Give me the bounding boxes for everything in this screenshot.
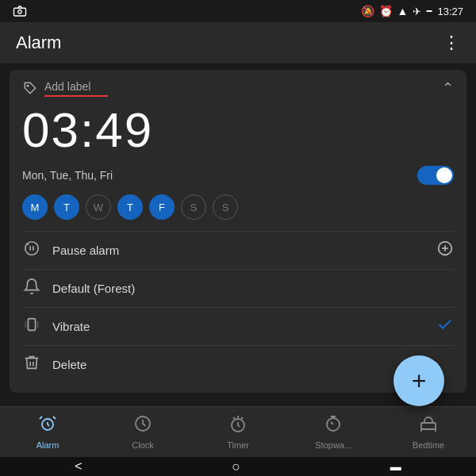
day-circles: M T W T F S S <box>22 194 454 220</box>
recent-button[interactable]: ▬ <box>390 460 401 473</box>
label-row: Add label ⌃ <box>22 79 454 97</box>
toggle-knob <box>436 167 452 183</box>
vibrate-icon <box>22 316 41 337</box>
day-circle-s2[interactable]: S <box>213 194 238 220</box>
alarm-time[interactable]: 03:49 <box>22 102 454 158</box>
nav-timer-label: Timer <box>227 440 249 450</box>
mute-icon: 🔕 <box>361 5 374 17</box>
day-circle-m[interactable]: M <box>22 194 48 220</box>
system-nav: < ○ ▬ <box>0 457 476 476</box>
bottom-nav: Alarm Clock Timer Stopw <box>0 406 476 457</box>
svg-point-1 <box>18 10 22 14</box>
pause-alarm-label: Pause alarm <box>52 244 436 257</box>
pause-alarm-icon <box>22 240 41 261</box>
nav-stopwatch-label: Stopwa... <box>315 440 351 450</box>
vibrate-check-icon <box>436 316 454 337</box>
alarm-card: Add label ⌃ 03:49 Mon, Tue, Thu, Fri M T… <box>10 70 466 393</box>
label-icon <box>22 80 38 96</box>
time-display: 13:27 <box>437 6 463 17</box>
svg-rect-5 <box>28 319 35 331</box>
nav-clock-icon <box>133 414 152 438</box>
svg-point-3 <box>25 242 39 255</box>
nav-timer[interactable]: Timer <box>190 414 286 450</box>
more-options-button[interactable]: ⋮ <box>443 33 460 53</box>
ringtone-row[interactable]: Default (Forest) <box>22 269 454 307</box>
pause-alarm-add-button[interactable] <box>436 240 454 261</box>
svg-rect-0 <box>14 8 26 16</box>
wifi-icon: ▲ <box>397 5 409 17</box>
status-left-icons <box>13 4 27 18</box>
app-title: Alarm <box>16 33 61 53</box>
home-button[interactable]: ○ <box>232 459 240 475</box>
nav-bedtime[interactable]: Bedtime <box>381 414 476 450</box>
nav-bedtime-icon <box>419 414 438 438</box>
pause-alarm-row[interactable]: Pause alarm <box>22 231 454 269</box>
camera-icon <box>13 4 27 18</box>
day-circle-w[interactable]: W <box>86 194 111 220</box>
airplane-icon: ✈ <box>413 6 421 17</box>
status-right-icons: 🔕 ⏰ ▲ ✈ 13:27 <box>361 5 463 17</box>
nav-alarm-label: Alarm <box>36 440 60 450</box>
label-underline <box>44 95 108 97</box>
svg-point-2 <box>27 85 29 86</box>
status-bar: 🔕 ⏰ ▲ ✈ 13:27 <box>0 0 476 22</box>
vibrate-row[interactable]: Vibrate <box>22 307 454 345</box>
day-circle-f[interactable]: F <box>149 194 175 220</box>
nav-clock[interactable]: Clock <box>95 414 190 450</box>
nav-bedtime-label: Bedtime <box>413 440 444 450</box>
nav-alarm-icon <box>38 414 57 438</box>
alarm-status-icon: ⏰ <box>379 5 393 17</box>
bell-icon <box>22 278 41 299</box>
svg-rect-9 <box>421 423 436 429</box>
days-row: Mon, Tue, Thu, Fri <box>22 166 454 185</box>
collapse-button[interactable]: ⌃ <box>442 79 454 97</box>
trash-icon <box>22 354 41 375</box>
alarm-toggle[interactable] <box>417 166 454 185</box>
back-button[interactable]: < <box>75 459 82 474</box>
battery-icon <box>426 10 432 12</box>
nav-timer-icon <box>228 414 248 438</box>
nav-stopwatch[interactable]: Stopwa... <box>286 414 381 450</box>
label-input-area[interactable]: Add label <box>44 79 108 97</box>
nav-clock-label: Clock <box>132 440 154 450</box>
app-bar: Alarm ⋮ <box>0 22 476 63</box>
ringtone-label: Default (Forest) <box>52 282 454 295</box>
nav-stopwatch-icon <box>324 414 343 438</box>
delete-row[interactable]: Delete <box>22 345 454 383</box>
vibrate-label: Vibrate <box>52 320 436 333</box>
fab-button[interactable]: + <box>393 355 444 406</box>
days-label: Mon, Tue, Thu, Fri <box>22 169 113 182</box>
label-placeholder[interactable]: Add label <box>44 80 90 93</box>
nav-alarm[interactable]: Alarm <box>0 414 95 450</box>
day-circle-t2[interactable]: T <box>117 194 143 220</box>
day-circle-s1[interactable]: S <box>181 194 206 220</box>
delete-label: Delete <box>52 358 454 371</box>
day-circle-t1[interactable]: T <box>54 194 79 220</box>
label-left: Add label <box>22 79 108 97</box>
